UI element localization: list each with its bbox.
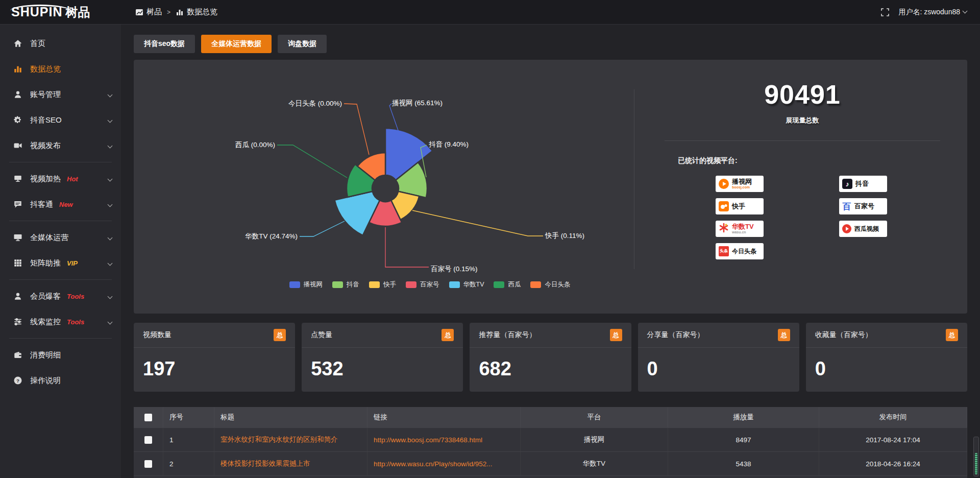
- table-header-cell: 链接: [368, 407, 521, 427]
- video-title-link[interactable]: 室外水纹灯和室内水纹灯的区别和简介: [220, 435, 338, 444]
- pie-label-line: [300, 221, 345, 236]
- sidebar-item-lead-monitor[interactable]: 线索监控 Tools: [0, 309, 121, 334]
- legend-label: 抖音: [347, 280, 359, 289]
- sidebar-item-video-heat[interactable]: 视频加热 Hot: [0, 166, 121, 192]
- rose-pie-chart[interactable]: 播视网 (65.61%)抖音 (9.40%)快手 (0.11%)百家号 (0.1…: [134, 60, 634, 314]
- sidebar-item-member-baoke[interactable]: 会员爆客 Tools: [0, 283, 121, 309]
- legend-label: 西瓜: [508, 280, 521, 289]
- index-cell: 1: [163, 428, 214, 451]
- sidebar-item-account-mgmt[interactable]: 账号管理: [0, 82, 121, 107]
- pie-label-line: [385, 227, 429, 267]
- gear-icon: [13, 115, 22, 125]
- sidebar-divider: [9, 221, 112, 221]
- legend-item-播视网[interactable]: 播视网: [289, 280, 323, 289]
- breadcrumb-current[interactable]: 数据总览: [176, 7, 217, 17]
- chevron-down-icon: [108, 319, 113, 324]
- sidebar-item-douyin-seo[interactable]: 抖音SEO: [0, 107, 121, 133]
- pie-slice-华数TV[interactable]: [335, 192, 380, 235]
- table-row: 1室外水纹灯和室内水纹灯的区别和简介http://www.boosj.com/7…: [134, 427, 967, 451]
- tab-omnimedia-data[interactable]: 全媒体运营数据: [201, 35, 272, 53]
- platform-badge-xigua: 西瓜视频: [839, 221, 887, 237]
- sidebar-item-douketong[interactable]: 抖客通 New: [0, 192, 121, 217]
- breadcrumb-root[interactable]: 树品: [135, 7, 162, 17]
- pie-label-line: [412, 210, 543, 236]
- fullscreen-icon[interactable]: [881, 8, 889, 16]
- summary-divider: [665, 140, 940, 141]
- platform-grid: 播视网 boosj.com 快手: [644, 176, 961, 259]
- index-cell: 2: [163, 452, 214, 475]
- scrollbar-thumb[interactable]: [975, 453, 977, 474]
- panel-divider: [634, 89, 634, 269]
- legend-item-今日头条[interactable]: 今日头条: [530, 280, 570, 289]
- pie-label-line: [344, 104, 369, 155]
- platform-badge-kuaishou: 快手: [716, 198, 764, 214]
- video-title-link[interactable]: 楼体投影灯投影效果震撼上市: [220, 459, 310, 468]
- stat-value: 197: [134, 348, 295, 380]
- sidebar-item-help[interactable]: ? 操作说明: [0, 368, 121, 393]
- user-menu[interactable]: 用户名: zswodun88: [898, 8, 967, 17]
- sidebar-divider: [9, 338, 112, 339]
- logo-text-cn: 树品: [65, 6, 90, 18]
- stat-value: 0: [806, 348, 967, 380]
- sidebar-item-matrix-boost[interactable]: 矩阵助推 VIP: [0, 250, 121, 276]
- platform-badge-boosj: 播视网 boosj.com: [716, 176, 764, 192]
- screen-icon: [13, 174, 22, 183]
- breadcrumb-separator: >: [167, 9, 170, 16]
- legend-item-快手[interactable]: 快手: [369, 280, 396, 289]
- grid-icon: [13, 258, 22, 268]
- sidebar-item-data-overview[interactable]: 数据总览: [0, 56, 121, 82]
- stat-value: 532: [302, 348, 463, 380]
- hot-badge: Hot: [67, 175, 78, 183]
- sidebar-divider: [9, 162, 112, 162]
- video-url-link[interactable]: http://www.wasu.cn/Play/show/id/952...: [374, 460, 493, 468]
- total-badge: 总: [946, 329, 958, 341]
- table-header-cell: 标题: [214, 407, 368, 427]
- stat-card-video-count: 视频数量 总 197: [134, 323, 295, 392]
- select-all-checkbox[interactable]: [144, 414, 152, 421]
- legend-item-抖音[interactable]: 抖音: [332, 280, 359, 289]
- pie-label-抖音: 抖音 (9.40%): [429, 140, 469, 148]
- link-cell: http://www.boosj.com/7338468.html: [368, 428, 521, 451]
- tools-badge: Tools: [67, 318, 84, 326]
- legend-swatch: [332, 281, 343, 288]
- sidebar-item-spend-detail[interactable]: 消费明细: [0, 342, 121, 368]
- baijiahao-icon: 百: [842, 201, 851, 212]
- toutiao-icon: 头条: [719, 246, 729, 256]
- video-camera-icon: [13, 141, 22, 150]
- video-url-link[interactable]: http://www.boosj.com/7338468.html: [374, 436, 482, 444]
- person-icon: [13, 292, 22, 301]
- video-data-table: 序号标题链接平台播放量发布时间1室外水纹灯和室内水纹灯的区别和简介http://…: [134, 407, 967, 478]
- sidebar-item-omnimedia[interactable]: 全媒体运营: [0, 225, 121, 250]
- sidebar-item-video-publish[interactable]: 视频发布: [0, 133, 121, 158]
- tab-inquiry-data[interactable]: 询盘数据: [278, 35, 327, 53]
- folder-icon: [135, 8, 143, 16]
- chart-panel: 播视网 (65.61%)抖音 (9.40%)快手 (0.11%)百家号 (0.1…: [134, 60, 967, 314]
- legend-label: 华数TV: [463, 280, 484, 289]
- pie-label-西瓜: 西瓜 (0.00%): [235, 141, 275, 149]
- title-cell: 楼体投影灯投影效果震撼上市: [214, 452, 368, 475]
- new-badge: New: [59, 201, 73, 208]
- legend-item-华数TV[interactable]: 华数TV: [449, 280, 484, 289]
- legend-swatch: [530, 281, 541, 288]
- platform-cell: 播视网: [521, 428, 668, 451]
- boosj-play-icon: [719, 179, 729, 189]
- sidebar-item-home[interactable]: 首页: [0, 31, 121, 56]
- total-badge: 总: [778, 329, 790, 341]
- app-logo: SHUPIN 树品: [0, 6, 121, 18]
- chevron-down-icon: [108, 117, 113, 123]
- row-checkbox[interactable]: [144, 436, 152, 444]
- scrollbar: [973, 437, 979, 476]
- legend-item-百家号[interactable]: 百家号: [406, 280, 439, 289]
- stat-card-likes: 点赞量 总 532: [302, 323, 463, 392]
- tab-douyin-seo-data[interactable]: 抖音seo数据: [134, 35, 195, 53]
- legend-swatch: [406, 281, 416, 288]
- home-icon: [13, 39, 22, 48]
- svg-text:?: ?: [16, 378, 19, 384]
- legend-item-西瓜[interactable]: 西瓜: [494, 280, 521, 289]
- chevron-down-icon: [108, 92, 113, 97]
- row-select-cell: [134, 428, 163, 451]
- kuaishou-icon: [719, 201, 729, 211]
- table-header-cell: 序号: [163, 407, 214, 427]
- table-header-cell: 播放量: [668, 407, 819, 427]
- row-checkbox[interactable]: [144, 460, 152, 468]
